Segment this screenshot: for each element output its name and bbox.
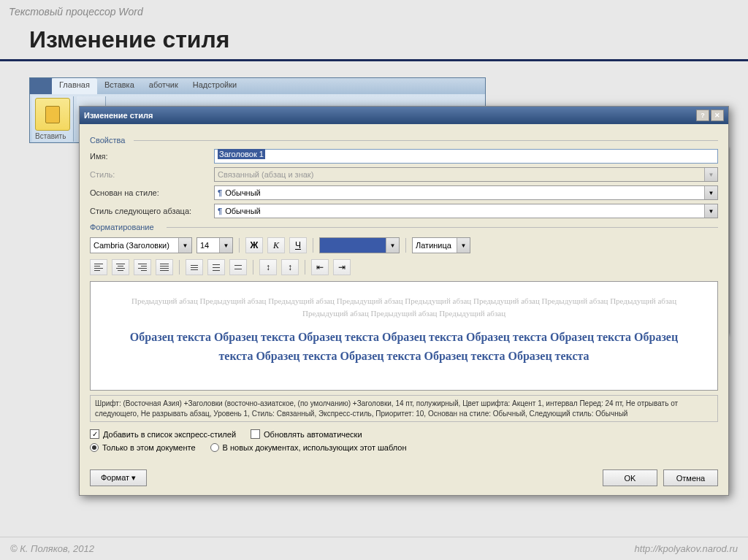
styletype-label: Стиль: [90,170,214,179]
radio-icon [210,443,219,452]
checkbox-icon: ✓ [90,429,99,439]
checkbox-icon [251,429,260,439]
only-document-radio[interactable]: Только в этом документе [90,443,196,452]
paste-button[interactable] [35,98,70,131]
linespacing-2-button[interactable] [229,259,247,275]
italic-button[interactable]: К [267,237,285,253]
clipboard-icon [45,106,60,123]
indent-inc-button[interactable]: ⇥ [333,259,351,275]
align-center-button[interactable] [112,259,129,275]
style-description: Шрифт: (Восточная Азия) +Заголовки (вост… [90,395,718,422]
chevron-down-icon[interactable]: ▼ [704,204,717,218]
slide-footer: © К. Поляков, 2012 http://kpolyakov.naro… [0,537,748,560]
bold-button[interactable]: Ж [245,237,263,253]
new-documents-radio[interactable]: В новых документах, использующих этот ша… [210,443,407,452]
align-justify-button[interactable] [156,259,173,275]
add-quickstyle-checkbox[interactable]: ✓ Добавить в список экспресс-стилей [90,429,236,439]
chevron-down-icon[interactable]: ▼ [704,186,717,199]
linespacing-1-button[interactable] [186,259,203,275]
nextstyle-dropdown[interactable]: ¶ Обычный ▼ [214,204,718,218]
linespacing-15-button[interactable] [207,259,225,275]
format-button[interactable]: Формат ▾ [90,469,147,486]
chevron-down-icon[interactable]: ▼ [457,238,470,253]
tab-home[interactable]: Главная [52,78,97,94]
preview-area: Предыдущий абзац Предыдущий абзац Предыд… [90,281,718,391]
dialog-titlebar: Изменение стиля ? ✕ [80,107,728,124]
help-button[interactable]: ? [696,110,709,121]
indent-dec-button[interactable]: ⇤ [311,259,329,275]
properties-section: Свойства [90,136,718,145]
close-button[interactable]: ✕ [711,110,724,121]
radio-icon [90,443,99,452]
slide-title: Изменение стиля [0,23,748,61]
fontcolor-dropdown[interactable]: ▼ [319,237,400,253]
chevron-down-icon: ▼ [704,168,717,181]
tab-insert[interactable]: Вставка [97,78,142,94]
align-left-button[interactable] [90,259,107,275]
slide-header: Текстовый процессор Word [0,0,748,23]
name-input[interactable]: Заголовок 1 [214,149,718,164]
modify-style-dialog: Изменение стиля ? ✕ Свойства Имя: Заголо… [79,106,729,496]
nextstyle-label: Стиль следующего абзаца: [90,207,214,215]
fontsize-dropdown[interactable]: 14 ▼ [196,237,233,253]
chevron-down-icon[interactable]: ▼ [386,238,399,253]
paste-label: Вставить [35,132,70,140]
chevron-down-icon[interactable]: ▼ [219,238,232,253]
formatting-section: Форматирование [90,223,718,231]
name-label: Имя: [90,152,214,161]
basedon-label: Основан на стиле: [90,188,214,197]
cancel-button[interactable]: Отмена [663,469,718,486]
copyright: © К. Поляков, 2012 [10,543,94,554]
footer-url: http://kpolyakov.narod.ru [635,543,738,554]
preview-sample-text: Образец текста Образец текста Образец те… [112,328,695,365]
tab-developer[interactable]: аботчик [142,78,186,94]
styletype-dropdown: Связанный (абзац и знак) ▼ [214,167,718,182]
script-dropdown[interactable]: Латиница ▼ [412,237,470,253]
pilcrow-icon: ¶ [218,207,222,215]
dialog-title-text: Изменение стиля [84,111,153,120]
space-before-inc-button[interactable]: ↕ [259,259,277,275]
basedon-dropdown[interactable]: ¶ Обычный ▼ [214,185,718,200]
ok-button[interactable]: OK [603,469,657,486]
font-dropdown[interactable]: Cambria (Заголовки) ▼ [90,237,192,253]
preview-prev-para: Предыдущий абзац Предыдущий абзац Предыд… [112,295,695,319]
pilcrow-icon: ¶ [218,188,222,197]
tab-addins[interactable]: Надстройки [186,78,244,94]
space-before-dec-button[interactable]: ↕ [281,259,299,275]
align-right-button[interactable] [134,259,151,275]
chevron-down-icon[interactable]: ▼ [178,238,191,253]
underline-button[interactable]: Ч [289,237,307,253]
auto-update-checkbox[interactable]: Обновлять автоматически [251,429,362,439]
